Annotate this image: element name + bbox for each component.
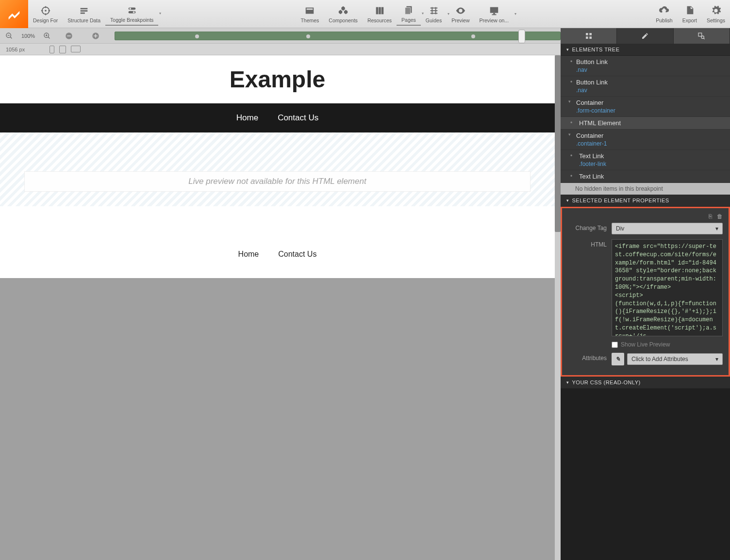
- toolbar-label: Guides: [426, 17, 442, 23]
- svg-rect-16: [379, 7, 381, 14]
- preview-on-button[interactable]: Preview on... ▾: [475, 3, 514, 25]
- export-button[interactable]: Export: [678, 3, 702, 25]
- panel-tab-edit[interactable]: [617, 28, 673, 44]
- svg-rect-40: [586, 33, 588, 35]
- scrollbar-thumb[interactable]: [555, 55, 561, 232]
- hidden-items-bar[interactable]: No hidden items in this breakpoint: [561, 183, 730, 195]
- html-row: HTML <iframe src="https://super-test.cof…: [568, 239, 723, 336]
- toolbar-label: Components: [329, 17, 358, 23]
- svg-line-29: [10, 37, 12, 38]
- scrollbar[interactable]: [555, 55, 561, 560]
- panel-tab-inspect[interactable]: [674, 28, 730, 44]
- tree-item-container[interactable]: Container .form-container: [561, 97, 730, 117]
- toolbar-label: Settings: [707, 17, 725, 23]
- resources-button[interactable]: Resources: [363, 3, 397, 25]
- toolbar-label: Preview: [451, 17, 469, 23]
- preview-footer: Home Contact Us: [0, 206, 555, 278]
- tree-class: .nav: [576, 87, 724, 94]
- toolbar-label: Structure Data: [67, 17, 100, 23]
- phone-icon[interactable]: [50, 46, 54, 53]
- tree-item-html-element[interactable]: HTML Element: [561, 117, 730, 130]
- toolbar-label: Themes: [300, 17, 319, 23]
- tree-item-button-link[interactable]: Button Link .nav: [561, 56, 730, 76]
- nav-link-home[interactable]: Home: [236, 113, 258, 123]
- attributes-select[interactable]: Click to Add Attributes: [627, 353, 723, 365]
- show-preview-checkbox[interactable]: [612, 342, 618, 348]
- breakpoint-marker[interactable]: [306, 34, 310, 38]
- preview-icon: [455, 5, 466, 16]
- right-panel: ELEMENTS TREE Button Link .nav Button Li…: [561, 28, 730, 560]
- change-tag-row: Change Tag Div: [568, 223, 723, 234]
- preview-nav: Home Contact Us: [0, 103, 555, 132]
- svg-point-1: [45, 10, 47, 12]
- canvas-scroll[interactable]: Example Home Contact Us Live preview not…: [0, 55, 561, 560]
- gear-icon: [710, 5, 722, 16]
- toggle-breakpoints-button[interactable]: Toggle Breakpoints ▾: [105, 2, 158, 26]
- breakpoint-marker[interactable]: [195, 34, 199, 38]
- target-icon: [40, 5, 51, 16]
- elements-tree-header[interactable]: ELEMENTS TREE: [561, 44, 730, 56]
- device-icons: [50, 46, 81, 53]
- structure-data-button[interactable]: Structure Data: [63, 3, 105, 25]
- show-preview-row[interactable]: Show Live Preview: [612, 341, 723, 348]
- toolbar-label: Toggle Breakpoints: [110, 17, 153, 23]
- svg-rect-39: [95, 34, 96, 38]
- tree-item-text-link[interactable]: Text Link: [561, 170, 730, 183]
- design-for-button[interactable]: Design For: [28, 3, 63, 25]
- components-button[interactable]: Components: [324, 3, 363, 25]
- tree-class: .container-1: [576, 140, 724, 147]
- edit-attributes-icon[interactable]: ✎: [612, 353, 624, 365]
- duplicate-icon[interactable]: ⎘: [709, 213, 712, 220]
- svg-rect-42: [586, 36, 588, 39]
- nav-link-contact[interactable]: Contact Us: [278, 113, 318, 123]
- change-tag-label: Change Tag: [568, 223, 607, 231]
- panel-tabs: [561, 28, 730, 44]
- guides-button[interactable]: Guides ▾: [421, 3, 447, 25]
- cloud-upload-icon: [658, 5, 670, 16]
- toolbar-label: Pages: [401, 17, 416, 23]
- preview-button[interactable]: Preview: [447, 3, 474, 25]
- tree-item-button-link[interactable]: Button Link .nav: [561, 76, 730, 97]
- html-label: HTML: [568, 239, 607, 248]
- html-textarea[interactable]: <iframe src="https://super-test.coffeecu…: [612, 239, 723, 336]
- footer-link-contact[interactable]: Contact Us: [278, 250, 316, 259]
- svg-rect-44: [698, 33, 702, 36]
- publish-button[interactable]: Publish: [651, 3, 677, 25]
- tree-label: HTML Element: [579, 119, 621, 127]
- desktop-icon[interactable]: [71, 46, 81, 52]
- css-editor[interactable]: [561, 389, 730, 560]
- zoom-in-button[interactable]: [42, 31, 52, 41]
- settings-button[interactable]: Settings: [702, 3, 730, 25]
- svg-rect-27: [492, 14, 496, 15]
- panel-tab-grid[interactable]: [561, 28, 617, 44]
- svg-rect-19: [405, 7, 411, 14]
- svg-rect-26: [493, 13, 495, 14]
- tree-label: Text Link: [579, 173, 604, 180]
- tree-label: Text Link: [579, 152, 604, 160]
- monitor-icon: [488, 5, 500, 16]
- pages-icon: [403, 4, 415, 16]
- svg-point-11: [129, 7, 131, 9]
- tree-label: Container: [576, 99, 603, 106]
- change-tag-select[interactable]: Div: [612, 223, 723, 234]
- tree-item-text-link[interactable]: Text Link .footer-link: [561, 150, 730, 170]
- app-logo-icon[interactable]: [0, 0, 28, 28]
- breakpoint-marker[interactable]: [471, 34, 475, 38]
- delete-icon[interactable]: 🗑: [717, 213, 723, 220]
- attributes-row: Attributes ✎ Click to Add Attributes: [568, 353, 723, 365]
- html-element-area[interactable]: Live preview not available for this HTML…: [0, 132, 555, 206]
- breakpoint-handle[interactable]: [518, 30, 525, 43]
- toolbar-center-group: Themes Components Resources Pages ▾ Guid…: [296, 2, 514, 26]
- width-value: 1056 px: [6, 47, 40, 52]
- tree-item-container[interactable]: Container .container-1: [561, 130, 730, 150]
- footer-link-home[interactable]: Home: [238, 250, 259, 259]
- breakpoint-bar[interactable]: [115, 32, 561, 40]
- tablet-icon[interactable]: [59, 46, 66, 53]
- pages-button[interactable]: Pages ▾: [397, 2, 421, 26]
- remove-breakpoint-button[interactable]: [64, 31, 74, 41]
- add-breakpoint-button[interactable]: [90, 31, 101, 41]
- properties-header[interactable]: SELECTED ELEMENT PROPERTIES: [561, 195, 730, 207]
- themes-button[interactable]: Themes: [296, 3, 324, 25]
- zoom-out-button[interactable]: [4, 31, 15, 41]
- css-header[interactable]: YOUR CSS (READ-ONLY): [561, 377, 730, 389]
